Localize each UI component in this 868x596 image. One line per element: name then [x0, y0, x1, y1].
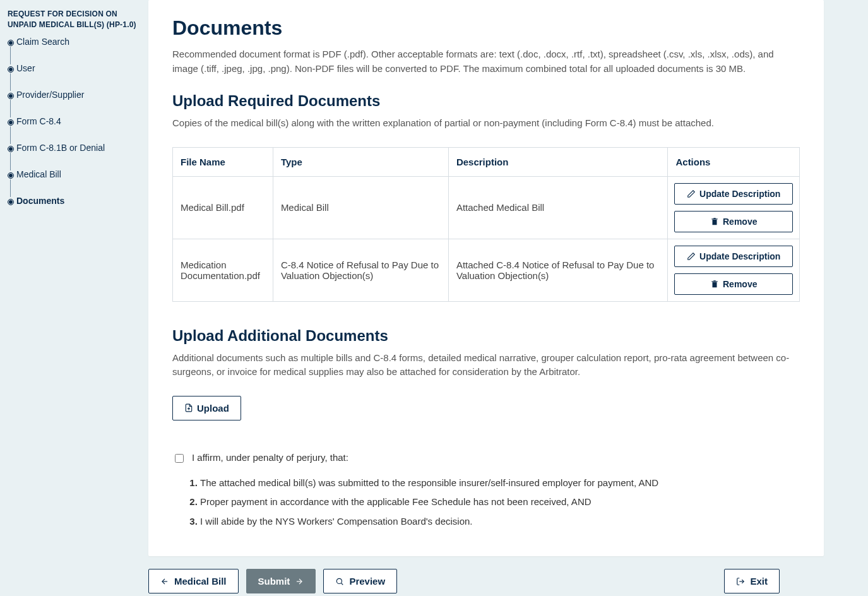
file-upload-icon [184, 403, 193, 412]
th-type: Type [273, 147, 448, 176]
sidebar-item-claim-search[interactable]: Claim Search [8, 37, 141, 63]
sidebar-item-user[interactable]: User [8, 63, 141, 90]
cell-desc: Attached Medical Bill [448, 176, 668, 239]
exit-button[interactable]: Exit [724, 569, 780, 593]
affirm-item: The attached medical bill(s) was submitt… [200, 474, 800, 493]
affirm-row: I affirm, under penalty of perjury, that… [172, 452, 800, 465]
documents-table: File Name Type Description Actions Medic… [172, 147, 800, 302]
cell-actions: Update Description Remove [668, 176, 800, 239]
button-label: Medical Bill [174, 576, 227, 587]
sidebar-item-label: Documents [16, 196, 64, 206]
sidebar-item-documents[interactable]: Documents [8, 196, 141, 206]
affirm-item: I will abide by the NYS Workers' Compens… [200, 512, 800, 532]
update-description-button[interactable]: Update Description [674, 183, 793, 205]
sidebar-item-label: User [16, 63, 35, 73]
th-file: File Name [173, 147, 273, 176]
sidebar-item-label: Form C-8.4 [16, 116, 61, 126]
sidebar-item-provider[interactable]: Provider/Supplier [8, 90, 141, 116]
sidebar-item-form-c81b[interactable]: Form C-8.1B or Denial [8, 143, 141, 169]
remove-button[interactable]: Remove [674, 273, 793, 295]
affirm-checkbox[interactable] [175, 454, 184, 463]
button-label: Submit [258, 576, 290, 587]
footer-bar: Medical Bill Submit Preview Exit [148, 556, 824, 596]
additional-subtext: Additional documents such as multiple bi… [172, 351, 800, 379]
cell-desc: Attached C-8.4 Notice of Refusal to Pay … [448, 239, 668, 301]
pencil-icon [687, 252, 696, 261]
arrow-right-icon [295, 577, 304, 586]
preview-button[interactable]: Preview [323, 569, 397, 593]
pencil-icon [687, 189, 696, 198]
update-description-button[interactable]: Update Description [674, 246, 793, 267]
button-label: Update Description [699, 189, 780, 199]
affirm-lead: I affirm, under penalty of perjury, that… [192, 452, 348, 463]
cell-file: Medical Bill.pdf [173, 176, 273, 239]
main-card: Documents Recommended document format is… [148, 0, 824, 556]
sidebar-item-form-c84[interactable]: Form C-8.4 [8, 116, 141, 143]
th-desc: Description [448, 147, 668, 176]
upload-button[interactable]: Upload [172, 396, 241, 420]
trash-icon [710, 217, 719, 226]
nav-list: Claim Search User Provider/Supplier Form… [8, 37, 141, 206]
table-row: Medication Documentation.pdf C-8.4 Notic… [173, 239, 800, 301]
required-subtext: Copies of the medical bill(s) along with… [172, 116, 800, 131]
affirm-list: The attached medical bill(s) was submitt… [189, 474, 800, 532]
remove-button[interactable]: Remove [674, 211, 793, 232]
table-row: Medical Bill.pdf Medical Bill Attached M… [173, 176, 800, 239]
exit-icon [736, 577, 745, 586]
page-title: Documents [172, 16, 800, 40]
button-label: Remove [723, 217, 757, 227]
cell-type: C-8.4 Notice of Refusal to Pay Due to Va… [273, 239, 448, 301]
arrow-left-icon [160, 577, 169, 586]
cell-actions: Update Description Remove [668, 239, 800, 301]
button-label: Preview [349, 576, 385, 587]
button-label: Upload [197, 403, 229, 414]
sidebar-item-label: Medical Bill [16, 169, 61, 179]
button-label: Update Description [699, 251, 780, 261]
svg-point-0 [337, 578, 342, 583]
page-intro: Recommended document format is PDF (.pdf… [172, 47, 800, 76]
sidebar-item-label: Claim Search [16, 37, 69, 47]
submit-button[interactable]: Submit [246, 569, 316, 593]
search-icon [335, 577, 344, 586]
sidebar-item-label: Form C-8.1B or Denial [16, 143, 105, 153]
additional-heading: Upload Additional Documents [172, 327, 800, 345]
cell-type: Medical Bill [273, 176, 448, 239]
th-actions: Actions [668, 147, 800, 176]
trash-icon [710, 280, 719, 289]
button-label: Remove [723, 279, 757, 289]
sidebar: REQUEST FOR DECISION ON UNPAID MEDICAL B… [0, 0, 148, 596]
sidebar-title: REQUEST FOR DECISION ON UNPAID MEDICAL B… [8, 9, 141, 30]
affirm-item: Proper payment in accordance with the ap… [200, 492, 800, 512]
sidebar-item-label: Provider/Supplier [16, 90, 84, 100]
button-label: Exit [750, 576, 768, 587]
cell-file: Medication Documentation.pdf [173, 239, 273, 301]
required-heading: Upload Required Documents [172, 92, 800, 110]
back-button[interactable]: Medical Bill [148, 569, 239, 593]
sidebar-item-medical-bill[interactable]: Medical Bill [8, 169, 141, 196]
